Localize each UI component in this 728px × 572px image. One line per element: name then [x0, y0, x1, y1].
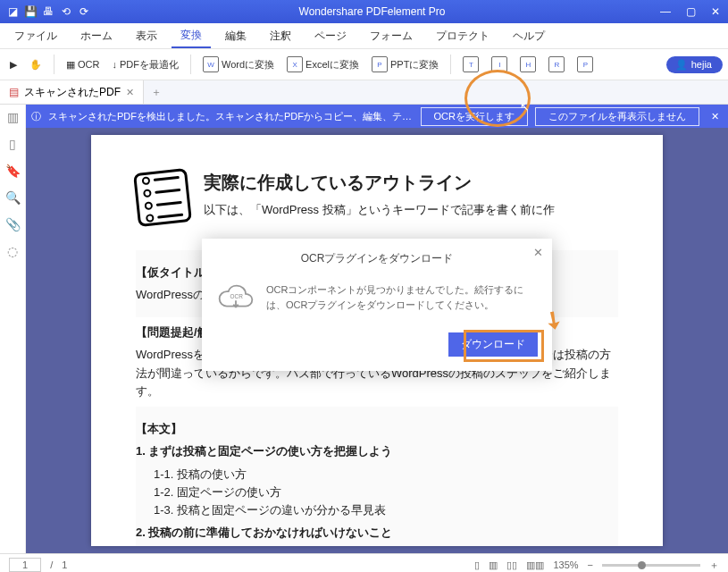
pdf-icon: ▤ — [9, 86, 19, 98]
section-body-heading: 【本文】 — [136, 421, 618, 437]
select-tool[interactable]: ▶ — [5, 56, 21, 73]
redo-icon[interactable]: ⟳ — [77, 4, 91, 19]
cloud-download-icon: OCR — [216, 282, 255, 315]
maximize-button[interactable]: ▢ — [678, 0, 703, 23]
undo-icon[interactable]: ⟲ — [59, 4, 73, 19]
page-total: 1 — [62, 559, 67, 570]
zoom-value: 135% — [553, 559, 578, 570]
dialog-title: OCRプラグインをダウンロード — [216, 251, 538, 266]
menu-home[interactable]: ホーム — [71, 25, 121, 47]
list-item-1c: 1-3. 投稿と固定ページの違いが分かる早見表 — [136, 502, 618, 518]
menu-comment[interactable]: 注釈 — [261, 25, 300, 47]
pages-icon[interactable]: ▯ — [9, 137, 16, 151]
page-intro: 以下は、「WordPress 投稿」というキーワードで記事を書く前に作 — [136, 202, 618, 218]
zoom-out-button[interactable]: − — [588, 559, 593, 570]
menu-page[interactable]: ページ — [305, 25, 356, 47]
to-image-button[interactable]: I — [487, 54, 512, 75]
minimize-button[interactable]: — — [653, 0, 678, 23]
to-text-button[interactable]: T — [458, 54, 483, 75]
attachments-icon[interactable]: 📎 — [5, 217, 21, 231]
hand-tool[interactable]: ✋ — [25, 56, 46, 73]
title-bar: ◪ 💾 🖶 ⟲ ⟳ Wondershare PDFelement Pro — ▢… — [0, 0, 728, 23]
view-mode-facing-icon[interactable]: ▯▯ — [506, 559, 517, 571]
notification-text: スキャンされたPDFを検出しました。スキャンされたPDFからコピー、編集、テキス… — [48, 110, 414, 123]
document-tab[interactable]: ▤ スキャンされたPDF ✕ — [0, 80, 144, 104]
tab-close-icon[interactable]: ✕ — [126, 87, 134, 98]
info-icon: ⓘ — [31, 110, 41, 123]
page-separator: / — [50, 559, 53, 570]
outline-illustration-icon — [133, 168, 192, 227]
save-icon[interactable]: 💾 — [23, 4, 38, 19]
menu-form[interactable]: フォーム — [361, 25, 422, 47]
to-html-button[interactable]: H — [515, 54, 540, 75]
bookmarks-icon[interactable]: 🔖 — [5, 164, 21, 178]
document-viewport: ⓘ スキャンされたPDFを検出しました。スキャンされたPDFからコピー、編集、テ… — [26, 105, 728, 553]
print-icon[interactable]: 🖶 — [41, 4, 55, 19]
menu-view[interactable]: 表示 — [127, 25, 166, 47]
side-panel: ▥ ▯ 🔖 🔍 📎 ◌ — [0, 105, 26, 553]
view-mode-single-icon[interactable]: ▯ — [474, 559, 480, 571]
tab-label: スキャンされたPDF — [24, 85, 121, 100]
list-item-1a: 1-1. 投稿の使い方 — [136, 467, 618, 483]
menu-edit[interactable]: 編集 — [216, 25, 255, 47]
window-title: Wondershare PDFelement Pro — [91, 5, 653, 18]
ocr-download-dialog: ✕ OCRプラグインをダウンロード OCR OCRコンポーネントが見つかりません… — [202, 239, 552, 371]
menu-file[interactable]: ファイル — [5, 25, 66, 47]
to-pdfa-button[interactable]: P — [573, 54, 598, 75]
list-item-1: 1. まずは投稿と固定ページの使い方を把握しよう — [136, 444, 392, 458]
to-ppt-button[interactable]: P PPTに変換 — [367, 54, 443, 75]
menu-help[interactable]: ヘルプ — [504, 25, 554, 47]
thumbnails-icon[interactable]: ▥ — [7, 110, 19, 124]
toolbar: ▶ ✋ ▦ OCR ↓ PDFを最適化 W Wordに変換 X Excelに変換… — [0, 48, 728, 80]
list-item-1b: 1-2. 固定ページの使い方 — [136, 484, 618, 500]
page-current: 1 — [9, 558, 41, 572]
run-ocr-button[interactable]: OCRを実行します — [421, 107, 528, 126]
menu-protect[interactable]: プロテクト — [427, 25, 498, 47]
close-button[interactable]: ✕ — [703, 0, 728, 23]
zoom-in-button[interactable]: ＋ — [709, 559, 719, 572]
document-tabs: ▤ スキャンされたPDF ✕ ＋ — [0, 80, 728, 105]
ocr-button[interactable]: ▦ OCR — [62, 56, 104, 73]
app-icon: ◪ — [5, 4, 20, 19]
page-heading: 実際に作成しているアウトライン — [136, 171, 618, 195]
dialog-body-text: OCRコンポーネントが見つかりませんでした。続行するには、OCRプラグインをダウ… — [266, 282, 538, 315]
status-bar: 1 / 1 ▯ ▥ ▯▯ ▥▥ 135% − ＋ — [0, 553, 728, 572]
zoom-slider[interactable] — [602, 564, 700, 567]
download-button[interactable]: ダウンロード — [448, 332, 538, 357]
to-rtf-button[interactable]: R — [544, 54, 569, 75]
user-badge[interactable]: 👤 hejia — [666, 56, 723, 73]
menu-bar: ファイル ホーム 表示 変換 編集 注釈 ページ フォーム プロテクト ヘルプ — [0, 23, 728, 48]
add-tab-button[interactable]: ＋ — [144, 85, 169, 100]
optimize-button[interactable]: ↓ PDFを最適化 — [107, 55, 183, 74]
to-word-button[interactable]: W Wordに変換 — [198, 54, 279, 75]
dialog-close-icon[interactable]: ✕ — [533, 246, 543, 259]
menu-convert[interactable]: 変換 — [172, 24, 211, 48]
ocr-notification-bar: ⓘ スキャンされたPDFを検出しました。スキャンされたPDFからコピー、編集、テ… — [26, 105, 728, 128]
svg-text:OCR: OCR — [230, 293, 244, 299]
banner-close-icon[interactable]: ✕ — [707, 111, 723, 122]
dismiss-file-button[interactable]: このファイルを再表示しません — [535, 107, 699, 126]
to-excel-button[interactable]: X Excelに変換 — [282, 54, 364, 75]
view-mode-continuous-icon[interactable]: ▥ — [489, 559, 498, 571]
signatures-icon[interactable]: ◌ — [7, 244, 18, 258]
view-mode-facing-cont-icon[interactable]: ▥▥ — [526, 559, 544, 571]
search-icon[interactable]: 🔍 — [5, 190, 21, 205]
list-item-2: 2. 投稿の前に準備しておかなければいけないこと — [136, 526, 392, 539]
